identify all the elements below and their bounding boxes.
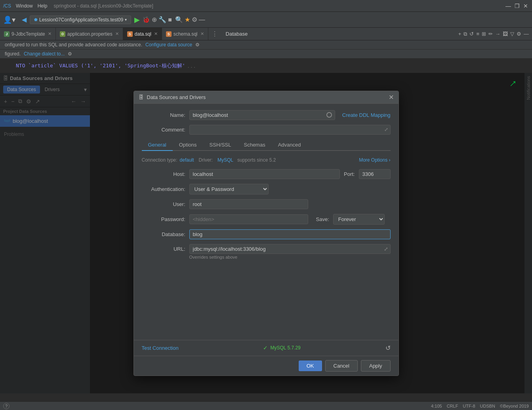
tab-icon-properties: ⚙: [60, 31, 65, 37]
close-button[interactable]: ✕: [522, 3, 529, 9]
code-text: NTO `article` VALUES ('1', '2101', 'Spri…: [16, 62, 185, 69]
menu-bar[interactable]: /CS Window Help: [3, 3, 47, 9]
test-connection-link[interactable]: Test Connection: [142, 345, 179, 351]
db-filter-icon[interactable]: ▽: [510, 31, 514, 37]
minimize-button[interactable]: —: [505, 3, 511, 9]
settings-button[interactable]: ⚙: [192, 16, 197, 23]
apply-button[interactable]: Apply: [361, 360, 391, 372]
db-edit-icon[interactable]: ✏: [488, 31, 493, 37]
dialect-settings-icon[interactable]: ⚙: [68, 51, 72, 57]
db-nav-icon[interactable]: →: [495, 31, 500, 37]
run-button[interactable]: ▶: [134, 15, 140, 24]
dialog-title: 🗄 Data Sources and Drivers: [139, 94, 206, 100]
db-props-icon[interactable]: ≡: [476, 31, 479, 37]
db-add-icon[interactable]: +: [458, 31, 461, 37]
dialog-overlay: ↑ 🗄 Data Sources and Drivers ✕ Name:: [0, 73, 532, 393]
help-icon[interactable]: ?: [3, 403, 10, 409]
db-refresh-icon[interactable]: ↺: [469, 31, 474, 37]
user-row: User:: [142, 199, 391, 209]
profile-icon[interactable]: 👤▾: [3, 15, 15, 24]
charset-indicator: UTF-8: [463, 404, 475, 408]
more-options-link[interactable]: More Options ›: [359, 157, 390, 163]
dialog-tab-options[interactable]: Options: [173, 139, 203, 151]
stop-button[interactable]: ■: [168, 16, 172, 23]
dialog-close-button[interactable]: ✕: [389, 93, 394, 101]
tab-label-datasql: data.sql: [135, 31, 151, 37]
tab-icon-schemasql: S: [166, 31, 172, 37]
vcs-menu[interactable]: /CS: [3, 3, 11, 9]
tab-schema-sql[interactable]: S schema.sql ✕: [162, 28, 208, 40]
bookmark-button[interactable]: ★: [185, 16, 190, 23]
title-bar: /CS Window Help springboot - data.sql [L…: [0, 0, 532, 12]
cancel-button[interactable]: Cancel: [325, 360, 358, 372]
db-copy-icon[interactable]: ⧉: [463, 31, 467, 37]
search-button[interactable]: 🔍: [175, 16, 183, 23]
more-button[interactable]: —: [199, 16, 205, 23]
editor-tabs: J 9-JdbcTemplate ✕ ⚙ application.propert…: [0, 28, 532, 40]
build-button[interactable]: 🔧: [158, 16, 166, 23]
tab-close-jdbctemplate[interactable]: ✕: [48, 31, 51, 36]
status-bar: ? 4:105 CRLF UTF-8 UDSBN ©Beyond 2019: [0, 401, 532, 410]
tab-close-schemasql[interactable]: ✕: [200, 31, 204, 36]
dialog-tab-sshssl[interactable]: SSH/SSL: [203, 139, 238, 151]
dialog-tab-general[interactable]: General: [142, 139, 173, 151]
tab-close-datasql[interactable]: ✕: [154, 31, 158, 36]
coverage-button[interactable]: ⊕: [152, 16, 157, 23]
window-menu[interactable]: Window: [16, 3, 33, 9]
dialog-title-icon: 🗄: [139, 94, 144, 100]
dialog-actions: OK Cancel Apply: [134, 356, 399, 376]
url-expand-icon[interactable]: ⤢: [384, 246, 388, 252]
database-input[interactable]: [189, 229, 391, 239]
name-input[interactable]: [189, 110, 335, 120]
ide-info: ©Beyond 2019: [500, 404, 529, 408]
maximize-button[interactable]: ❐: [514, 3, 520, 9]
dialog-body: Name: Create DDL Mapping Comment: ⤢: [134, 104, 399, 340]
configure-datasource-link[interactable]: Configure data source: [145, 42, 192, 48]
debug-button[interactable]: 🐞: [142, 16, 150, 23]
conn-type-label: Connection type:: [142, 157, 177, 163]
save-select[interactable]: Forever Until restart Never: [333, 214, 385, 225]
comment-expand-icon[interactable]: ⤢: [384, 127, 388, 132]
ok-button[interactable]: OK: [299, 360, 322, 371]
db-img-icon[interactable]: 🖼: [503, 31, 508, 37]
tab-data-sql[interactable]: S data.sql ✕: [123, 28, 162, 40]
host-input[interactable]: [189, 169, 340, 179]
db-table-icon[interactable]: ⊞: [482, 31, 486, 37]
tab-jdbctemplate[interactable]: J 9-JdbcTemplate ✕: [0, 28, 56, 40]
host-port-row: Host: Port:: [142, 169, 391, 179]
help-menu[interactable]: Help: [38, 3, 48, 9]
file-path: springboot - data.sql [Lession09-JdbcTem…: [53, 3, 153, 9]
database-label: Database:: [142, 231, 185, 237]
back-navigation[interactable]: ◀: [22, 16, 27, 23]
refresh-connection-button[interactable]: ↺: [385, 344, 391, 352]
conn-type-value: default: [180, 157, 194, 163]
tab-close-properties[interactable]: ✕: [115, 31, 119, 36]
create-ddl-link[interactable]: Create DDL Mapping: [342, 112, 391, 118]
host-label: Host:: [142, 171, 185, 177]
dialog-tab-advanced[interactable]: Advanced: [272, 139, 307, 151]
dialog-tab-schemas[interactable]: Schemas: [237, 139, 271, 151]
user-input[interactable]: [189, 199, 308, 209]
db-settings-icon[interactable]: ⚙: [517, 31, 521, 37]
driver-value[interactable]: MySQL: [217, 157, 233, 163]
more-tabs-button[interactable]: ⋮: [208, 28, 221, 40]
comment-row: Comment: ⤢: [142, 125, 391, 135]
url-input[interactable]: [189, 244, 391, 254]
name-indicator: [326, 112, 332, 118]
dialog-titlebar: 🗄 Data Sources and Drivers ✕: [134, 91, 399, 104]
window-buttons[interactable]: — ❐ ✕: [505, 3, 529, 9]
auth-select[interactable]: User & Password No auth Password SSH Key: [189, 184, 269, 195]
conn-type-row: Connection type: default Driver: MySQL s…: [142, 157, 391, 163]
password-input[interactable]: [189, 214, 308, 224]
dialog-test-connection-bar: Test Connection ✓ MySQL 5.7.29 ↺: [134, 340, 399, 356]
port-input[interactable]: [359, 169, 391, 179]
tab-application-properties[interactable]: ⚙ application.properties ✕: [56, 28, 123, 40]
comment-input[interactable]: [189, 125, 391, 135]
configure-settings-icon[interactable]: ⚙: [195, 42, 200, 48]
database-panel-header: Database: [221, 28, 458, 40]
change-dialect-link[interactable]: Change dialect to...: [24, 51, 65, 57]
save-label: Save:: [316, 216, 329, 222]
db-minimize-icon[interactable]: —: [524, 31, 529, 37]
configure-banner: onfigured to run this SQL and provide ad…: [0, 40, 532, 50]
run-config-selector[interactable]: ⬟ Lession07ConfigApplicationTests.test09…: [30, 15, 131, 24]
